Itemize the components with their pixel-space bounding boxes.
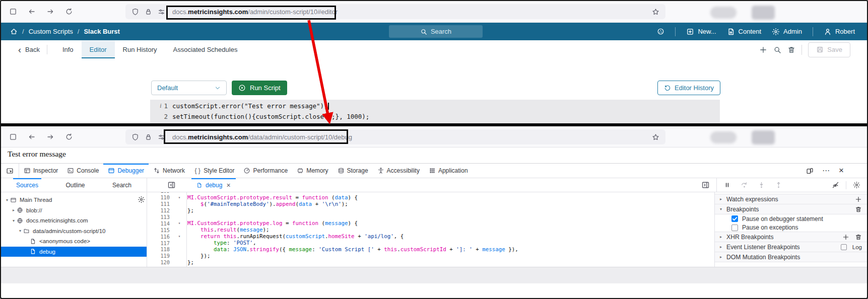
line-number[interactable]: 111 xyxy=(147,201,173,207)
tab-overview-icon[interactable] xyxy=(9,133,17,141)
close-file-tab-icon[interactable]: × xyxy=(226,181,230,189)
admin-menu-item[interactable]: Admin xyxy=(772,28,802,36)
twisty-icon[interactable]: ▸ xyxy=(720,255,726,259)
trash-icon[interactable] xyxy=(855,206,862,213)
twisty-icon[interactable]: ▾ xyxy=(11,218,17,223)
section-xhr-breakpoints[interactable]: ▸XHR Breakpoints xyxy=(715,232,867,242)
twisty-icon[interactable]: ▾ xyxy=(17,229,23,233)
twisty-icon[interactable]: ▸ xyxy=(11,208,17,212)
apps-circle-icon[interactable] xyxy=(657,28,664,35)
twisty-icon[interactable]: ▾ xyxy=(720,207,726,211)
panel-tab-search[interactable]: Search xyxy=(112,178,131,192)
tree-item-main-thread[interactable]: ▾Main Thread xyxy=(1,195,147,205)
fold-arrow-icon[interactable]: ▾ xyxy=(173,234,185,239)
delete-button[interactable] xyxy=(784,46,798,54)
url-text-bottom[interactable]: docs.metricinsights.com/data/admin/custo… xyxy=(172,133,352,141)
tree-item-docs-metricinsights-com[interactable]: ▾docs.metricinsights.com xyxy=(1,215,147,226)
devtools-tab-performance[interactable]: Performance xyxy=(239,164,292,178)
tree-item-data-admin-custom-script-10[interactable]: ▾data/admin/custom-script/10 xyxy=(1,226,147,237)
twisty-icon[interactable]: ▾ xyxy=(4,198,10,202)
tab-info[interactable]: Info xyxy=(54,41,82,58)
section-watch-expressions[interactable]: ▸Watch expressions xyxy=(715,194,867,204)
forward-icon[interactable] xyxy=(46,133,54,141)
fold-arrow-icon[interactable]: ▾ xyxy=(173,221,185,226)
line-number[interactable]: 120 xyxy=(147,259,173,265)
section-dom-mutation-breakpoints[interactable]: ▸DOM Mutation Breakpoints xyxy=(715,252,867,262)
url-bar-top[interactable]: docs.metricinsights.com/admin/custom-scr… xyxy=(125,4,665,19)
back-icon[interactable] xyxy=(28,133,36,141)
line-number[interactable]: 114 xyxy=(147,220,173,227)
add-button[interactable] xyxy=(756,46,770,54)
add-icon[interactable] xyxy=(842,234,849,241)
responsive-mode-icon[interactable] xyxy=(806,167,814,175)
devtools-tab-accessibility[interactable]: Accessibility xyxy=(373,164,424,178)
tune-icon[interactable] xyxy=(158,8,165,16)
tab-editor[interactable]: Editor xyxy=(82,41,115,58)
line-number[interactable]: 115 xyxy=(147,227,173,233)
panel-tab-sources[interactable]: Sources xyxy=(16,178,38,192)
tune-icon[interactable] xyxy=(158,133,165,141)
forward-icon[interactable] xyxy=(46,8,54,16)
shield-icon[interactable] xyxy=(131,8,139,16)
url-text-top[interactable]: docs.metricinsights.com/admin/custom-scr… xyxy=(172,8,338,16)
devtools-tab-inspector[interactable]: Inspector xyxy=(19,164,62,178)
line-number[interactable]: 112 xyxy=(147,207,173,213)
panel-tab-outline[interactable]: Outline xyxy=(65,178,85,192)
checkbox-row-pause-on-debugger-statement[interactable]: Pause on debugger statement xyxy=(715,214,867,223)
section-event-listener-breakpoints[interactable]: ▸Event Listener BreakpointsLog xyxy=(715,242,867,252)
fold-arrow-icon[interactable]: ▾ xyxy=(173,195,185,200)
new-menu-item[interactable]: New... xyxy=(686,28,716,36)
twisty-icon[interactable]: ▸ xyxy=(720,197,726,201)
devtools-tab-style-editor[interactable]: { }Style Editor xyxy=(189,164,239,178)
pause-icon[interactable] xyxy=(723,181,731,189)
section-breakpoints[interactable]: ▾Breakpoints xyxy=(715,204,867,214)
step-in-icon[interactable] xyxy=(758,181,765,189)
devtools-tab-debugger[interactable]: Debugger xyxy=(103,164,149,178)
script-editor[interactable]: i1customScript.error("Test error message… xyxy=(150,100,720,123)
back-icon[interactable] xyxy=(28,8,36,16)
lock-icon[interactable] xyxy=(145,8,152,16)
unchecked-checkbox[interactable] xyxy=(731,225,738,231)
variant-select[interactable]: Default xyxy=(151,81,227,95)
line-number[interactable]: 110 xyxy=(147,194,173,200)
url-bar-bottom[interactable]: docs.metricinsights.com/data/admin/custo… xyxy=(125,129,665,144)
step-over-icon[interactable] xyxy=(741,181,748,189)
run-script-button[interactable]: Run Script xyxy=(232,81,287,95)
shield-icon[interactable] xyxy=(131,133,139,141)
twisty-icon[interactable]: ▸ xyxy=(720,245,726,249)
checked-checkbox[interactable] xyxy=(731,215,738,222)
reload-icon[interactable] xyxy=(65,133,73,141)
editor-history-button[interactable]: Editor History xyxy=(657,81,720,95)
lock-icon[interactable] xyxy=(145,133,152,141)
user-menu-item[interactable]: Robert xyxy=(824,28,855,36)
line-number[interactable]: 117 xyxy=(147,240,173,246)
tree-item-blob[interactable]: ▸blob:// xyxy=(1,205,147,216)
checkbox-row-pause-on-exceptions[interactable]: Pause on exceptions xyxy=(715,223,867,233)
line-number[interactable]: 118 xyxy=(147,246,173,252)
home-icon[interactable] xyxy=(10,28,18,35)
devtools-tab-storage[interactable]: Storage xyxy=(333,164,373,178)
step-out-icon[interactable] xyxy=(775,181,782,189)
breadcrumb-custom-scripts[interactable]: Custom Scripts xyxy=(29,28,73,35)
tree-item-debug[interactable]: debug xyxy=(1,247,147,257)
editor-gutter[interactable]: i1 xyxy=(150,102,172,110)
trash-icon[interactable] xyxy=(855,234,862,241)
sources-settings-gear-icon[interactable] xyxy=(138,196,145,203)
tree-item-anonymous-code[interactable]: <anonymous code> xyxy=(1,236,147,247)
bookmark-star-icon[interactable] xyxy=(652,133,659,141)
close-icon[interactable]: × xyxy=(839,166,844,176)
search-button[interactable] xyxy=(770,46,784,54)
log-checkbox[interactable] xyxy=(841,244,847,250)
editor-gutter[interactable]: 2 xyxy=(150,113,172,120)
tab-overview-icon[interactable] xyxy=(9,8,17,16)
pick-element-button[interactable] xyxy=(1,164,19,178)
meatball-menu-icon[interactable]: ⋯ xyxy=(822,166,830,175)
line-number[interactable]: 116 xyxy=(147,234,173,240)
devtools-tab-network[interactable]: Network xyxy=(149,164,189,178)
save-button[interactable]: Save xyxy=(808,42,850,57)
expand-panel-icon[interactable] xyxy=(701,181,710,189)
twisty-icon[interactable]: ▸ xyxy=(720,235,726,239)
content-menu-item[interactable]: Content xyxy=(727,28,762,36)
reload-icon[interactable] xyxy=(65,8,73,16)
back-button[interactable]: ‹Back xyxy=(18,41,40,58)
